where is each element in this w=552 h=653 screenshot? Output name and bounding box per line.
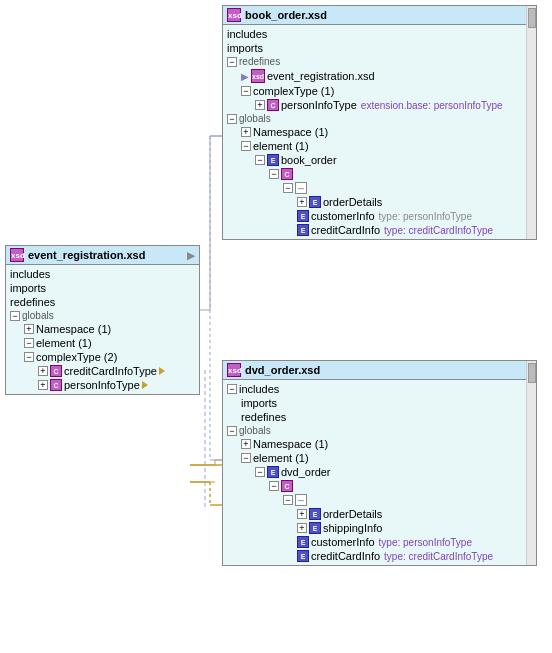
event-complextype-row: complexType (2) (6, 350, 199, 364)
event-redefines-row: redefines (6, 295, 199, 309)
book-personinfo-icon: C (267, 99, 279, 111)
book-event-xsd-icon: xsd (251, 69, 265, 83)
event-namespace-expand[interactable] (24, 324, 34, 334)
dvd-order-elem-icon: E (267, 466, 279, 478)
book-order-box: xsd book_order.xsd includes imports rede… (222, 5, 537, 240)
dvd-order-title: dvd_order.xsd (245, 364, 320, 376)
event-registration-body: includes imports redefines globals Names… (6, 265, 199, 394)
dvd-shippinginfo-expand[interactable] (297, 523, 307, 533)
book-seq-icon: ··· (295, 182, 307, 194)
dvd-globals-label: globals (239, 425, 271, 436)
book-scroll-thumb[interactable] (528, 8, 536, 28)
dvd-imports-row: imports (223, 396, 536, 410)
event-creditcard-label: creditCardInfoType (64, 365, 157, 377)
book-order-elem-expand[interactable] (255, 155, 265, 165)
event-personinfo-expand[interactable] (38, 380, 48, 390)
book-element-expand[interactable] (241, 141, 251, 151)
event-creditcard-arrow (159, 367, 165, 375)
dvd-scroll-thumb[interactable] (528, 363, 536, 383)
event-creditcard-icon: C (50, 365, 62, 377)
dvd-creditcard-icon: E (297, 550, 309, 562)
dvd-shippinginfo-label: shippingInfo (323, 522, 382, 534)
book-creditcard-row: E creditCardInfo type: creditCardInfoTyp… (223, 223, 536, 237)
book-anon-row: C (223, 167, 536, 181)
book-orderdetails-expand[interactable] (297, 197, 307, 207)
book-event-ref-label: event_registration.xsd (267, 70, 375, 82)
book-globals-expand[interactable] (227, 114, 237, 124)
event-redefines-label: redefines (10, 296, 55, 308)
book-personinfo-expand[interactable] (255, 100, 265, 110)
book-globals-label: globals (239, 113, 271, 124)
dvd-anon-row: C (223, 479, 536, 493)
book-order-body: includes imports redefines ▶ xsd event_r… (223, 25, 536, 239)
event-registration-title: event_registration.xsd (28, 249, 145, 261)
event-element-expand[interactable] (24, 338, 34, 348)
dvd-anon-icon: C (281, 480, 293, 492)
dvd-orderdetails-icon: E (309, 508, 321, 520)
event-imports-label: imports (10, 282, 46, 294)
dvd-orderdetails-expand[interactable] (297, 509, 307, 519)
event-includes-label: includes (10, 268, 50, 280)
event-creditcard-row: C creditCardInfoType (6, 364, 199, 378)
dvd-element-expand[interactable] (241, 453, 251, 463)
event-complextype-expand[interactable] (24, 352, 34, 362)
dvd-creditcard-label: creditCardInfo (311, 550, 380, 562)
event-imports-row: imports (6, 281, 199, 295)
event-personinfo-arrow (142, 381, 148, 389)
book-seq-expand[interactable] (283, 183, 293, 193)
event-globals-expand[interactable] (10, 311, 20, 321)
event-complextype-label: complexType (2) (36, 351, 117, 363)
book-anon-expand[interactable] (269, 169, 279, 179)
book-customerinfo-row: E customerInfo type: personInfoType (223, 209, 536, 223)
dvd-element-row: element (1) (223, 451, 536, 465)
dvd-order-elem-expand[interactable] (255, 467, 265, 477)
book-event-ref-row: ▶ xsd event_registration.xsd (223, 68, 536, 84)
event-creditcard-expand[interactable] (38, 366, 48, 376)
dvd-seq-row: ··· (223, 493, 536, 507)
book-complextype-row: complexType (1) (223, 84, 536, 98)
dvd-shippinginfo-row: E shippingInfo (223, 521, 536, 535)
book-namespace-expand[interactable] (241, 127, 251, 137)
dvd-globals-expand[interactable] (227, 426, 237, 436)
dvd-namespace-label: Namespace (1) (253, 438, 328, 450)
event-personinfo-row: C personInfoType (6, 378, 199, 392)
book-orderdetails-icon: E (309, 196, 321, 208)
book-creditcard-label: creditCardInfo (311, 224, 380, 236)
dvd-includes-label: includes (239, 383, 279, 395)
dvd-redefines-label: redefines (241, 411, 286, 423)
book-anon-icon: C (281, 168, 293, 180)
dvd-redefines-row: redefines (223, 410, 536, 424)
book-complextype-expand[interactable] (241, 86, 251, 96)
dvd-includes-expand[interactable] (227, 384, 237, 394)
dvd-namespace-expand[interactable] (241, 439, 251, 449)
book-xsd-icon: xsd (227, 8, 241, 22)
dvd-scrollbar[interactable] (526, 361, 536, 565)
event-personinfo-label: personInfoType (64, 379, 140, 391)
dvd-imports-label: imports (241, 397, 277, 409)
event-element-row: element (1) (6, 336, 199, 350)
dvd-namespace-row: Namespace (1) (223, 437, 536, 451)
book-customerinfo-icon: E (297, 210, 309, 222)
event-globals-row: globals (6, 309, 199, 322)
event-element-label: element (1) (36, 337, 92, 349)
book-globals-row: globals (223, 112, 536, 125)
book-creditcard-icon: E (297, 224, 309, 236)
book-redefines-row: redefines (223, 55, 536, 68)
book-redefines-expand[interactable] (227, 57, 237, 67)
dvd-globals-row: globals (223, 424, 536, 437)
book-namespace-label: Namespace (1) (253, 126, 328, 138)
book-customerinfo-type: type: personInfoType (379, 211, 472, 222)
book-scrollbar[interactable] (526, 6, 536, 239)
dvd-creditcard-type: type: creditCardInfoType (384, 551, 493, 562)
book-imports-label: imports (227, 42, 263, 54)
dvd-orderdetails-row: E orderDetails (223, 507, 536, 521)
dvd-order-header: xsd dvd_order.xsd (223, 361, 536, 380)
dvd-creditcard-row: E creditCardInfo type: creditCardInfoTyp… (223, 549, 536, 563)
dvd-xsd-icon: xsd (227, 363, 241, 377)
dvd-shippinginfo-icon: E (309, 522, 321, 534)
book-imports-row: imports (223, 41, 536, 55)
book-element-label: element (1) (253, 140, 309, 152)
dvd-seq-expand[interactable] (283, 495, 293, 505)
event-personinfo-icon: C (50, 379, 62, 391)
dvd-anon-expand[interactable] (269, 481, 279, 491)
